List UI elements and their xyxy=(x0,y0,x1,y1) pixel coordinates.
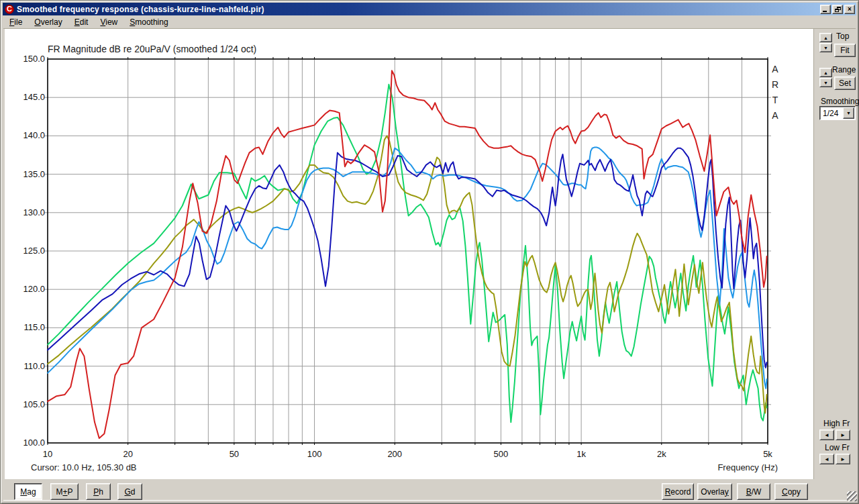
watermark-letter: R xyxy=(772,79,778,90)
menu-view[interactable]: View xyxy=(94,16,123,28)
dropdown-button[interactable]: ▼ xyxy=(843,107,854,119)
x-tick-label: 100 xyxy=(300,449,330,459)
curve-red xyxy=(48,70,767,438)
range-down-button[interactable]: ▼ xyxy=(819,78,832,87)
y-tick-label: 100.0 xyxy=(14,438,45,448)
smoothing-label: Smoothing xyxy=(821,97,859,106)
range-label: Range xyxy=(832,65,856,74)
bw-button[interactable]: B/W xyxy=(737,483,770,500)
overlay-button[interactable]: Overlay xyxy=(697,483,732,500)
top-up-button[interactable]: ▲ xyxy=(819,33,832,42)
right-arrow-icon: ► xyxy=(840,456,846,462)
y-tick-label: 105.0 xyxy=(14,399,45,409)
low-fr-right-button[interactable]: ► xyxy=(836,454,850,464)
menu-overlay[interactable]: Overlay xyxy=(28,16,68,28)
y-tick-label: 120.0 xyxy=(14,284,45,294)
status-strip xyxy=(3,500,856,502)
top-down-button[interactable]: ▼ xyxy=(819,43,832,52)
x-axis-label: Frequency (Hz) xyxy=(717,462,778,472)
close-button[interactable]: × xyxy=(844,5,855,14)
x-tick-label: 1k xyxy=(566,449,596,459)
high-fr-left-button[interactable]: ◄ xyxy=(819,430,834,440)
y-tick-label: 150.0 xyxy=(14,54,45,64)
watermark-letter: A xyxy=(772,110,778,121)
x-tick-label: 20 xyxy=(113,449,143,459)
smoothing-select[interactable]: 1/24 ▼ xyxy=(819,106,856,120)
top-label: Top xyxy=(836,32,849,41)
x-tick-label: 50 xyxy=(219,449,249,459)
low-fr-label: Low Fr xyxy=(825,443,850,452)
x-tick-label: 500 xyxy=(486,449,515,459)
set-button[interactable]: Set xyxy=(834,77,856,90)
y-tick-label: 135.0 xyxy=(14,169,45,179)
y-tick-label: 145.0 xyxy=(14,92,45,102)
mag-button[interactable]: Mag xyxy=(14,483,42,500)
ph-button[interactable]: Ph xyxy=(86,483,111,500)
left-arrow-icon: ◄ xyxy=(824,456,829,462)
gd-button[interactable]: Gd xyxy=(117,483,142,500)
menu-file[interactable]: File xyxy=(3,16,28,28)
up-arrow-icon: ▲ xyxy=(823,70,828,75)
y-tick-label: 115.0 xyxy=(14,322,45,332)
fit-button[interactable]: Fit xyxy=(834,44,856,57)
high-fr-right-button[interactable]: ► xyxy=(836,430,850,440)
watermark-letter: T xyxy=(772,95,778,105)
title-bar[interactable]: C Smoothed frequency response (chassis-k… xyxy=(3,3,856,15)
app-window: C Smoothed frequency response (chassis-k… xyxy=(0,0,859,504)
x-tick-label: 5k xyxy=(753,449,782,459)
menu-bar: File Overlay Edit View Smoothing xyxy=(3,16,856,28)
y-tick-label: 110.0 xyxy=(14,361,45,371)
down-arrow-icon: ▼ xyxy=(823,46,828,50)
window-title: Smoothed frequency response (chassis-kur… xyxy=(17,5,820,14)
y-tick-label: 140.0 xyxy=(14,130,45,140)
y-tick-label: 125.0 xyxy=(14,246,45,256)
chevron-down-icon: ▼ xyxy=(846,111,851,115)
watermark-letter: A xyxy=(772,64,778,74)
menu-edit[interactable]: Edit xyxy=(68,16,95,28)
chart-title: FR Magnitude dB re 20uPa/V (smoothed 1/2… xyxy=(48,44,256,54)
restore-button[interactable] xyxy=(832,5,843,14)
chart-area[interactable]: FR Magnitude dB re 20uPa/V (smoothed 1/2… xyxy=(5,29,814,479)
high-fr-label: High Fr xyxy=(823,419,850,428)
record-button[interactable]: Record xyxy=(662,483,694,500)
right-arrow-icon: ► xyxy=(840,432,846,438)
x-tick-label: 200 xyxy=(380,449,409,459)
down-arrow-icon: ▼ xyxy=(823,81,828,85)
app-icon: C xyxy=(5,5,14,14)
minimize-button[interactable] xyxy=(820,5,831,14)
minimize-icon xyxy=(823,11,827,12)
low-fr-left-button[interactable]: ◄ xyxy=(819,454,834,464)
left-arrow-icon: ◄ xyxy=(824,432,829,438)
m-plus-p-button[interactable]: M+P xyxy=(50,483,79,500)
resize-grip[interactable] xyxy=(847,491,857,501)
chart-svg[interactable] xyxy=(5,29,814,479)
close-icon: × xyxy=(848,5,852,13)
range-up-button[interactable]: ▲ xyxy=(819,68,832,77)
curve-light-blue xyxy=(48,148,767,389)
x-tick-label: 10 xyxy=(33,449,62,459)
arta-watermark: ARTA xyxy=(770,64,780,121)
x-tick-label: 2k xyxy=(647,449,676,459)
cursor-readout: Cursor: 10.0 Hz, 105.30 dB xyxy=(31,462,137,472)
menu-smoothing[interactable]: Smoothing xyxy=(123,16,174,28)
smoothing-value: 1/24 xyxy=(820,109,843,118)
y-tick-label: 130.0 xyxy=(14,207,45,217)
copy-button[interactable]: Copy xyxy=(774,483,808,500)
up-arrow-icon: ▲ xyxy=(823,36,828,40)
curve-navy xyxy=(48,148,767,368)
